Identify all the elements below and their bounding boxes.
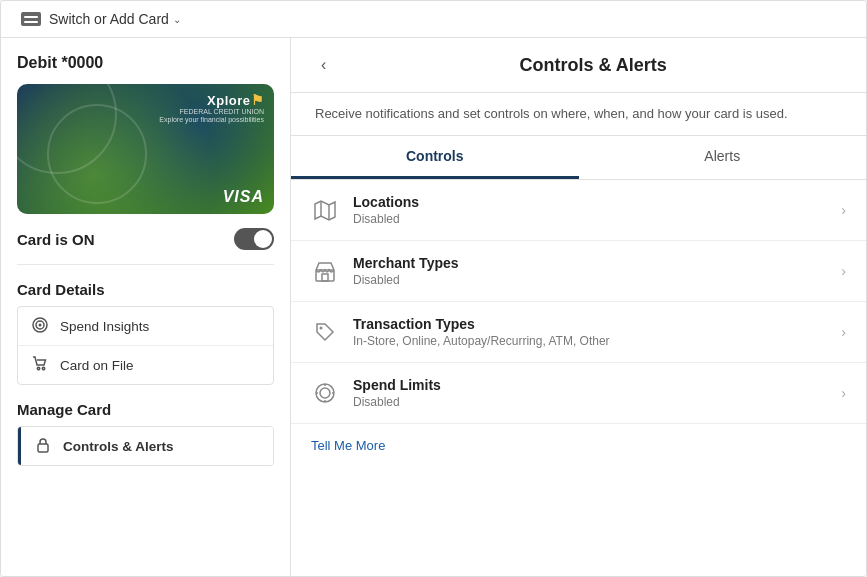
lock-icon bbox=[35, 437, 53, 455]
transaction-types-name: Transaction Types bbox=[353, 316, 827, 332]
panel-subtitle: Receive notifications and set controls o… bbox=[291, 93, 866, 136]
card-status-row: Card is ON bbox=[17, 228, 274, 265]
svg-rect-7 bbox=[322, 274, 328, 281]
cart-icon bbox=[32, 356, 50, 374]
xplore-sub: FEDERAL CREDIT UNIONExplore your financi… bbox=[159, 108, 264, 125]
control-item-transaction-types[interactable]: Transaction Types In-Store, Online, Auto… bbox=[291, 302, 866, 363]
merchant-types-status: Disabled bbox=[353, 273, 827, 287]
sidebar: Debit *0000 Xplore⚑ FEDERAL CREDIT UNION… bbox=[1, 38, 291, 576]
locations-arrow-icon: › bbox=[841, 202, 846, 218]
map-icon bbox=[311, 196, 339, 224]
transaction-types-text: Transaction Types In-Store, Online, Auto… bbox=[353, 316, 827, 348]
locations-status: Disabled bbox=[353, 212, 827, 226]
manage-card-header: Manage Card bbox=[17, 401, 274, 418]
app-container: Switch or Add Card ⌄ Debit *0000 Xplore⚑… bbox=[0, 0, 867, 577]
visa-logo: VISA bbox=[223, 188, 264, 206]
control-list: Locations Disabled › bbox=[291, 180, 866, 424]
control-item-spend-limits[interactable]: Spend Limits Disabled › bbox=[291, 363, 866, 424]
merchant-types-arrow-icon: › bbox=[841, 263, 846, 279]
spend-limits-text: Spend Limits Disabled bbox=[353, 377, 827, 409]
store-icon bbox=[311, 257, 339, 285]
svg-point-8 bbox=[320, 327, 323, 330]
transaction-types-status: In-Store, Online, Autopay/Recurring, ATM… bbox=[353, 334, 827, 348]
svg-point-10 bbox=[320, 388, 330, 398]
tag-icon bbox=[311, 318, 339, 346]
card-title: Debit *0000 bbox=[17, 54, 274, 72]
sidebar-item-card-on-file[interactable]: Card on File bbox=[18, 346, 273, 384]
main-content: Debit *0000 Xplore⚑ FEDERAL CREDIT UNION… bbox=[1, 38, 866, 576]
sidebar-item-spend-insights[interactable]: Spend Insights bbox=[18, 307, 273, 346]
panel-header: ‹ Controls & Alerts bbox=[291, 38, 866, 93]
control-item-locations[interactable]: Locations Disabled › bbox=[291, 180, 866, 241]
tabs-row: Controls Alerts bbox=[291, 136, 866, 180]
control-item-merchant-types[interactable]: Merchant Types Disabled › bbox=[291, 241, 866, 302]
spend-limits-name: Spend Limits bbox=[353, 377, 827, 393]
chevron-down-icon: ⌄ bbox=[173, 14, 181, 25]
right-panel: ‹ Controls & Alerts Receive notification… bbox=[291, 38, 866, 576]
transaction-types-arrow-icon: › bbox=[841, 324, 846, 340]
tell-me-more-link[interactable]: Tell Me More bbox=[291, 424, 866, 467]
card-on-file-label: Card on File bbox=[60, 358, 134, 373]
card-icon bbox=[21, 12, 41, 26]
svg-rect-5 bbox=[38, 444, 48, 452]
card-visual: Xplore⚑ FEDERAL CREDIT UNIONExplore your… bbox=[17, 84, 274, 214]
top-bar: Switch or Add Card ⌄ bbox=[1, 1, 866, 38]
tab-alerts[interactable]: Alerts bbox=[579, 136, 867, 179]
card-logo-area: Xplore⚑ FEDERAL CREDIT UNIONExplore your… bbox=[159, 92, 264, 125]
svg-point-9 bbox=[316, 384, 334, 402]
card-details-header: Card Details bbox=[17, 281, 274, 298]
spend-limits-arrow-icon: › bbox=[841, 385, 846, 401]
panel-title: Controls & Alerts bbox=[344, 55, 842, 76]
controls-alerts-label: Controls & Alerts bbox=[63, 439, 174, 454]
locations-text: Locations Disabled bbox=[353, 194, 827, 226]
switch-add-card-button[interactable]: Switch or Add Card ⌄ bbox=[49, 11, 181, 27]
switch-add-card-label: Switch or Add Card bbox=[49, 11, 169, 27]
spend-limits-status: Disabled bbox=[353, 395, 827, 409]
toggle-knob bbox=[254, 230, 272, 248]
svg-point-2 bbox=[39, 324, 42, 327]
manage-card-group: Controls & Alerts bbox=[17, 426, 274, 466]
card-details-group: Spend Insights Card on File bbox=[17, 306, 274, 385]
merchant-types-text: Merchant Types Disabled bbox=[353, 255, 827, 287]
xplore-logo: Xplore⚑ bbox=[207, 92, 264, 108]
sidebar-item-controls-alerts[interactable]: Controls & Alerts bbox=[18, 427, 273, 465]
card-status-label: Card is ON bbox=[17, 231, 95, 248]
target-icon bbox=[32, 317, 50, 335]
back-arrow-icon[interactable]: ‹ bbox=[315, 54, 332, 76]
merchant-types-name: Merchant Types bbox=[353, 255, 827, 271]
locations-name: Locations bbox=[353, 194, 827, 210]
tab-controls[interactable]: Controls bbox=[291, 136, 579, 179]
card-toggle[interactable] bbox=[234, 228, 274, 250]
svg-point-4 bbox=[42, 367, 44, 369]
circle-dollar-icon bbox=[311, 379, 339, 407]
svg-point-3 bbox=[37, 367, 39, 369]
spend-insights-label: Spend Insights bbox=[60, 319, 149, 334]
